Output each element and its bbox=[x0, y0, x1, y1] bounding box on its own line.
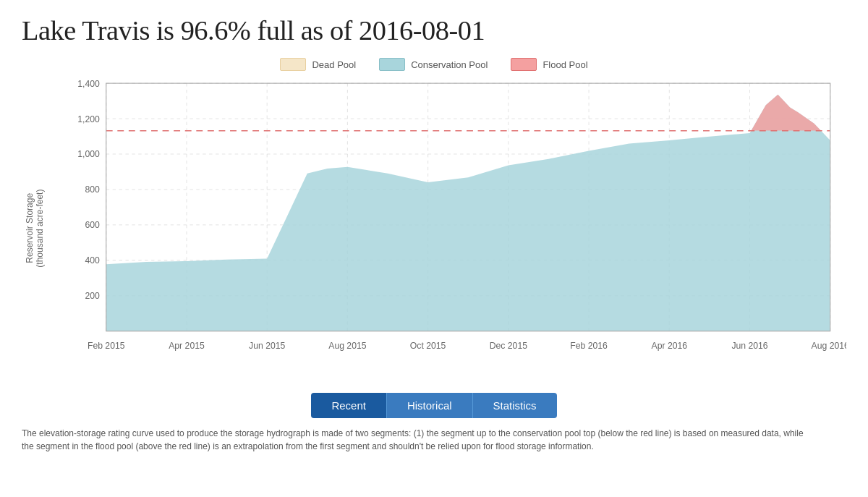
dead-pool-label: Dead Pool bbox=[312, 59, 356, 70]
svg-text:Aug 2015: Aug 2015 bbox=[328, 341, 367, 351]
svg-text:Feb 2016: Feb 2016 bbox=[570, 341, 608, 351]
conservation-pool-label: Conservation Pool bbox=[411, 59, 488, 70]
tab-recent[interactable]: Recent bbox=[311, 393, 387, 418]
svg-text:1,400: 1,400 bbox=[77, 79, 100, 89]
legend-item-flood: Flood Pool bbox=[511, 58, 587, 71]
legend-item-conservation: Conservation Pool bbox=[379, 58, 488, 71]
flood-pool-label: Flood Pool bbox=[542, 59, 587, 70]
conservation-pool-swatch bbox=[379, 58, 405, 71]
flood-pool-swatch bbox=[511, 58, 537, 71]
svg-text:600: 600 bbox=[85, 220, 100, 230]
dead-pool-swatch bbox=[280, 58, 306, 71]
svg-rect-26 bbox=[106, 83, 830, 131]
y-axis-label: Reservoir Storage(thousand acre-feet) bbox=[22, 75, 58, 381]
tab-historical[interactable]: Historical bbox=[387, 393, 473, 418]
legend-item-dead: Dead Pool bbox=[280, 58, 356, 71]
svg-text:Aug 2016: Aug 2016 bbox=[812, 341, 846, 351]
svg-text:Dec 2015: Dec 2015 bbox=[490, 341, 528, 351]
page-title: Lake Travis is 96.6% full as of 2016-08-… bbox=[22, 14, 846, 46]
svg-text:400: 400 bbox=[85, 255, 100, 266]
chart-svg: 1,400 1,200 1,000 800 600 400 200 bbox=[58, 75, 846, 381]
svg-text:Feb 2015: Feb 2015 bbox=[88, 341, 125, 351]
footnote-text: The elevation-storage rating curve used … bbox=[22, 427, 817, 453]
chart-container: Reservoir Storage(thousand acre-feet) bbox=[22, 75, 846, 381]
svg-text:Jun 2015: Jun 2015 bbox=[249, 341, 285, 351]
svg-text:Oct 2015: Oct 2015 bbox=[410, 341, 446, 351]
svg-text:1,200: 1,200 bbox=[77, 114, 100, 124]
svg-text:Apr 2015: Apr 2015 bbox=[169, 341, 205, 351]
svg-text:Jun 2016: Jun 2016 bbox=[731, 341, 767, 351]
svg-text:800: 800 bbox=[85, 184, 100, 195]
tab-statistics[interactable]: Statistics bbox=[473, 393, 557, 418]
chart-area: 1,400 1,200 1,000 800 600 400 200 bbox=[58, 75, 846, 381]
svg-text:Apr 2016: Apr 2016 bbox=[652, 341, 688, 351]
svg-text:200: 200 bbox=[85, 291, 100, 301]
chart-legend: Dead Pool Conservation Pool Flood Pool bbox=[22, 58, 846, 71]
tabs-row: Recent Historical Statistics bbox=[22, 393, 846, 418]
conservation-area bbox=[106, 95, 830, 331]
svg-text:1,000: 1,000 bbox=[77, 149, 100, 159]
